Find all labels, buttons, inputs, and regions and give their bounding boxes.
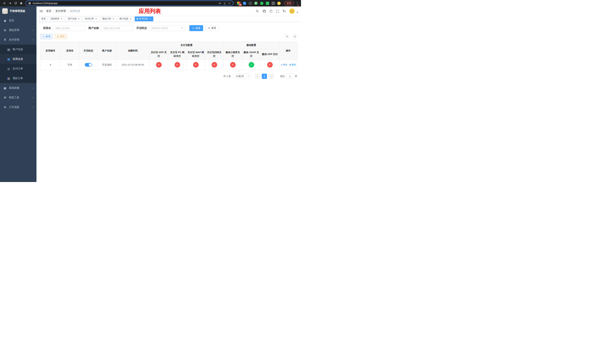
avatar[interactable]: [289, 8, 295, 14]
browser-menu-kebab-icon[interactable]: ⋮: [295, 1, 299, 5]
tab-pay-order[interactable]: 支付订单×: [83, 16, 99, 21]
table-tools: [285, 34, 297, 39]
prev-page-button[interactable]: ‹: [255, 74, 260, 79]
export-button[interactable]: 导出: [54, 34, 67, 39]
avatar-caret-icon[interactable]: [297, 12, 298, 13]
app-name-label: 应用名: [43, 26, 51, 30]
close-icon[interactable]: ×: [112, 18, 115, 20]
navbar-actions: ? TT: [256, 8, 298, 14]
status-fail-icon: ✕: [230, 62, 236, 68]
tab-merchant-info[interactable]: 商户信息×: [118, 16, 134, 21]
col-actions: 操作: [279, 42, 298, 60]
edit-link[interactable]: 修改: [281, 63, 288, 66]
help-icon[interactable]: ?: [269, 10, 272, 13]
breadcrumb-home[interactable]: 首页: [46, 10, 51, 13]
sidebar-item-label: 支付订单: [13, 67, 23, 70]
col-alipay-wap: 支付宝 WAP 网站支付: [187, 49, 205, 60]
chevron-down-icon: [32, 106, 33, 108]
merchant-name-input[interactable]: [101, 25, 133, 31]
col-alipay-pc: 支付宝 PC 网站支付: [168, 49, 187, 60]
sidebar-item-pay-order[interactable]: ◎ 支付订单: [0, 64, 36, 74]
tab-process-form[interactable]: 流程表单×: [49, 16, 65, 21]
page-size-value: 10条/页: [236, 75, 244, 78]
sidebar-item-workflow[interactable]: ⧉ 工作流程: [0, 102, 36, 112]
close-icon[interactable]: ×: [77, 18, 80, 20]
status-toggle[interactable]: [85, 63, 92, 67]
gear-icon: ⚙: [3, 29, 7, 32]
bookmark-star-icon[interactable]: [228, 2, 231, 5]
next-page-button[interactable]: ›: [269, 74, 274, 79]
sidebar-item-payment[interactable]: ¥ 支付管理: [0, 35, 36, 45]
status-fail-icon: ✕: [212, 62, 217, 68]
page-size-select[interactable]: 10条/页: [234, 74, 251, 79]
extensions-area: 10: [237, 2, 281, 5]
goto-page-input[interactable]: [286, 74, 294, 79]
site-info-icon[interactable]: [28, 2, 31, 5]
reload-button[interactable]: [13, 1, 18, 6]
page-unit-label: 页: [295, 75, 297, 78]
sidebar-item-refund-order[interactable]: ▥ 退款订单: [0, 74, 36, 83]
status-select[interactable]: 请选择开启状态: [149, 25, 185, 31]
cell-status: [79, 60, 98, 70]
extension-dark-icon[interactable]: [249, 2, 252, 5]
status-select-placeholder: 请选择开启状态: [151, 26, 168, 30]
reset-button[interactable]: 重置: [205, 25, 219, 31]
add-button[interactable]: 新增: [40, 34, 53, 39]
cell-wechat-app: ✕: [261, 60, 279, 70]
delete-link[interactable]: 删除: [289, 63, 296, 66]
sidebar-collapse-icon[interactable]: [39, 9, 43, 13]
cell-actions: 修改 删除: [279, 60, 298, 70]
sidebar-item-home[interactable]: ◉ 首页: [0, 16, 36, 25]
home-button[interactable]: [19, 1, 24, 6]
search-icon[interactable]: [256, 10, 259, 13]
sidebar-item-label: 应用信息: [13, 57, 23, 61]
tab-label: 支付订单: [85, 17, 94, 20]
extension-profile-icon[interactable]: [277, 2, 281, 5]
dashboard-icon: ◉: [3, 19, 7, 22]
back-button[interactable]: [2, 1, 7, 6]
tab-home[interactable]: 首页: [39, 16, 48, 21]
sidebar-item-merchant-info[interactable]: ▤ 商户信息: [0, 45, 36, 54]
cell-app-name: 芋道: [61, 60, 79, 70]
close-icon[interactable]: ×: [60, 18, 63, 20]
extension-green-icon[interactable]: [260, 2, 263, 5]
col-alipay-qr: 支付宝扫码支付: [205, 49, 224, 60]
app-name-input[interactable]: [53, 25, 85, 31]
font-size-icon[interactable]: TT: [283, 10, 286, 13]
extension-avatar-icon[interactable]: [254, 2, 258, 5]
url-text: localhost:1024/pay/app: [33, 2, 217, 5]
current-page-button[interactable]: 1: [262, 74, 267, 79]
close-icon[interactable]: ×: [95, 18, 97, 20]
cell-alipay-app: ✕: [150, 60, 168, 70]
extension-chat-icon[interactable]: [266, 2, 269, 5]
workflow-icon: ⧉: [3, 106, 7, 109]
chrome-update-button[interactable]: 更新: [284, 1, 294, 6]
close-icon[interactable]: ×: [129, 18, 132, 20]
sidebar-item-devtools[interactable]: ⚒ 研发工具: [0, 93, 36, 102]
close-icon[interactable]: ×: [149, 18, 151, 20]
refresh-table-button[interactable]: [292, 34, 297, 39]
sidebar-item-infrastructure[interactable]: ▣ 基础设施: [0, 83, 36, 93]
breadcrumb-payment[interactable]: 支付管理: [55, 10, 66, 13]
tab-user-group[interactable]: 用户分组×: [66, 16, 82, 21]
sidebar-item-label: 商户信息: [13, 48, 23, 51]
extensions-puzzle-icon[interactable]: [272, 2, 275, 5]
order-icon: ◎: [7, 67, 10, 71]
github-icon[interactable]: [262, 10, 266, 13]
password-key-icon[interactable]: [219, 2, 222, 5]
sidebar-item-system[interactable]: ⚙ 系统管理: [0, 25, 36, 35]
extension-blue-icon[interactable]: [243, 2, 246, 5]
search-button[interactable]: 搜索: [189, 25, 203, 31]
tab-refund-order[interactable]: 退款订单×: [100, 16, 117, 21]
tab-app-info[interactable]: 应用信息×: [135, 16, 153, 21]
fullscreen-icon[interactable]: [276, 10, 279, 13]
app-logo: 芋道管理系统: [0, 7, 36, 16]
sidebar-item-app-info[interactable]: ▦ 应用信息: [0, 54, 36, 64]
forward-button[interactable]: [7, 1, 13, 6]
toggle-search-button[interactable]: [285, 34, 290, 39]
address-bar[interactable]: localhost:1024/pay/app: [26, 0, 233, 6]
cell-created: 2021-10-23 08:49:25: [116, 60, 150, 70]
extension-grid-icon[interactable]: 10: [237, 2, 240, 5]
share-icon[interactable]: [223, 2, 226, 5]
delete-link-label: 删除: [291, 63, 296, 66]
